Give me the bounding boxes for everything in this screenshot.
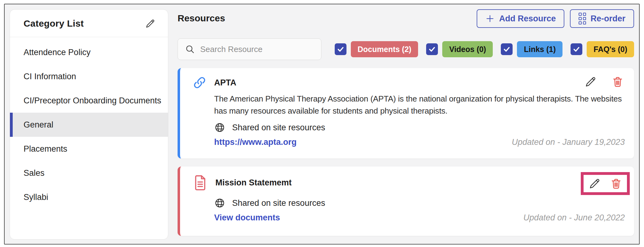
resource-head: APTA — [192, 76, 625, 90]
faqs-checkbox[interactable] — [571, 43, 582, 55]
edit-categories-icon[interactable] — [145, 18, 156, 29]
sidebar-title: Category List — [24, 18, 84, 29]
links-badge[interactable]: Links (1) — [517, 41, 562, 57]
shared-label: Shared on site resources — [232, 198, 325, 208]
reorder-button[interactable]: Re-order — [570, 9, 634, 28]
resource-list: APTA The American Physical Therapy Assoc… — [178, 68, 634, 236]
edit-resource-icon[interactable] — [589, 177, 601, 190]
page-title: Resources — [178, 13, 225, 24]
search-box[interactable] — [178, 38, 321, 60]
resource-head: Mission Statememt — [192, 174, 625, 191]
faqs-badge[interactable]: FAQ's (0) — [587, 41, 634, 57]
resource-url-link[interactable]: https://www.apta.org — [214, 137, 297, 147]
sidebar-item-label: Syllabi — [24, 193, 48, 202]
sidebar-item-label: Placements — [24, 144, 67, 154]
link-icon — [192, 76, 207, 90]
sidebar-item-label: CI/Preceptor Onboarding Documents — [24, 96, 161, 106]
actions-highlight-annotation — [581, 172, 630, 195]
sidebar-item-general[interactable]: General — [10, 113, 168, 137]
card-actions — [584, 75, 624, 89]
sidebar-item-sales[interactable]: Sales — [10, 161, 168, 185]
category-sidebar: Category List Attendence Policy CI Infor… — [10, 9, 168, 240]
globe-icon — [214, 122, 225, 133]
filter-links: Links (1) — [501, 41, 562, 57]
delete-resource-icon[interactable] — [610, 178, 622, 189]
delete-resource-icon[interactable] — [611, 75, 624, 88]
search-input[interactable] — [200, 45, 314, 54]
card-footer: https://www.apta.org Updated on - Januar… — [214, 137, 625, 147]
resource-card-mission-statement: Mission Statememt Shared on site resourc… — [178, 167, 634, 236]
resources-header: Resources Add Resource Re-order — [178, 9, 634, 28]
videos-badge[interactable]: Videos (0) — [442, 41, 493, 57]
sidebar-header: Category List — [10, 10, 168, 37]
filter-videos: Videos (0) — [426, 41, 493, 57]
document-icon — [192, 174, 208, 191]
sidebar-item-placements[interactable]: Placements — [10, 137, 168, 161]
app-frame: Category List Attendence Policy CI Infor… — [4, 4, 640, 245]
sidebar-item-syllabi[interactable]: Syllabi — [10, 185, 168, 209]
sidebar-item-attendence-policy[interactable]: Attendence Policy — [10, 40, 168, 64]
sidebar-item-label: General — [24, 120, 53, 130]
sidebar-item-label: CI Information — [24, 72, 76, 81]
sidebar-item-label: Attendence Policy — [24, 48, 90, 57]
filter-faqs: FAQ's (0) — [571, 41, 634, 57]
sidebar-item-ci-information[interactable]: CI Information — [10, 64, 168, 89]
resource-description: The American Physical Therapy Associatio… — [214, 93, 625, 117]
updated-timestamp: Updated on - January 19,2023 — [512, 137, 625, 147]
card-footer: View documents Updated on - June 20,2022 — [214, 213, 625, 223]
shared-row: Shared on site resources — [214, 122, 625, 133]
resources-panel: Resources Add Resource Re-order — [178, 9, 634, 239]
resource-title: Mission Statememt — [215, 178, 292, 188]
resources-toolbar: Documents (2) Videos (0) Links (1) — [178, 38, 634, 60]
resource-title: APTA — [214, 78, 236, 88]
view-documents-link[interactable]: View documents — [214, 213, 280, 223]
videos-checkbox[interactable] — [426, 43, 438, 55]
sidebar-item-label: Sales — [24, 168, 45, 178]
add-resource-label: Add Resource — [499, 14, 556, 24]
edit-resource-icon[interactable] — [584, 75, 598, 89]
shared-row: Shared on site resources — [214, 197, 625, 209]
reorder-grid-icon — [579, 13, 586, 24]
documents-checkbox[interactable] — [335, 43, 346, 55]
documents-badge[interactable]: Documents (2) — [351, 41, 418, 57]
globe-icon — [214, 197, 225, 209]
category-list: Attendence Policy CI Information CI/Prec… — [10, 37, 168, 209]
shared-label: Shared on site resources — [232, 123, 325, 132]
sidebar-item-ci-preceptor-onboarding-documents[interactable]: CI/Preceptor Onboarding Documents — [10, 89, 168, 113]
add-resource-button[interactable]: Add Resource — [477, 9, 564, 28]
search-icon — [185, 44, 195, 54]
resource-card-apta: APTA The American Physical Therapy Assoc… — [178, 68, 634, 158]
reorder-label: Re-order — [590, 14, 625, 24]
header-actions: Add Resource Re-order — [477, 9, 634, 28]
links-checkbox[interactable] — [501, 43, 513, 55]
filter-row: Documents (2) Videos (0) Links (1) — [335, 41, 634, 57]
plus-icon — [485, 14, 495, 23]
filter-documents: Documents (2) — [335, 41, 418, 57]
updated-timestamp: Updated on - June 20,2022 — [523, 213, 625, 223]
